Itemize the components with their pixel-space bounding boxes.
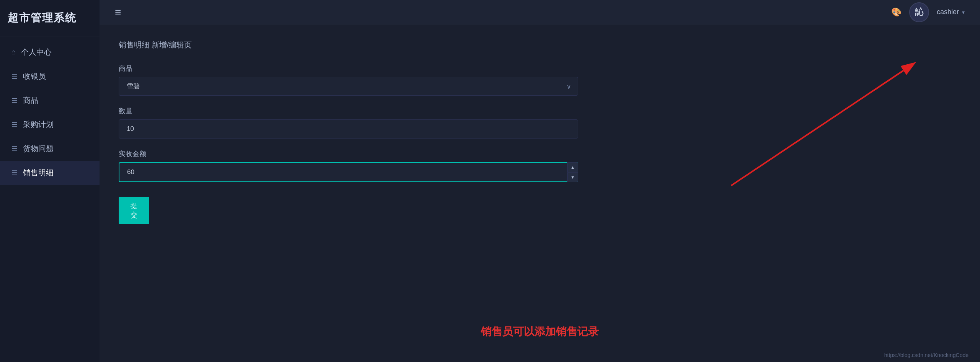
home-icon: ⌂ bbox=[11, 48, 16, 56]
header-left: ≡ bbox=[115, 6, 121, 18]
product-field-group: 商品 雪碧 ∨ bbox=[119, 64, 578, 96]
list-icon: ☰ bbox=[11, 121, 18, 129]
amount-label: 实收金额 bbox=[119, 149, 578, 158]
list-icon: ☰ bbox=[11, 145, 18, 153]
form-section: 商品 雪碧 ∨ 数量 实收金额 ▲ bbox=[119, 64, 578, 224]
quantity-field-group: 数量 bbox=[119, 106, 578, 139]
sidebar-item-label: 商品 bbox=[23, 95, 38, 106]
list-icon: ☰ bbox=[11, 169, 18, 177]
sidebar-item-label: 销售明细 bbox=[23, 168, 54, 178]
sidebar-item-label: 货物问题 bbox=[23, 143, 54, 154]
username: cashier bbox=[937, 8, 959, 16]
product-label: 商品 bbox=[119, 64, 578, 73]
page-title: 销售明细 新增/编辑页 bbox=[119, 40, 961, 50]
submit-button[interactable]: 提交 bbox=[119, 197, 149, 224]
spinner-buttons: ▲ ▼ bbox=[567, 162, 578, 182]
svg-line-1 bbox=[731, 70, 903, 186]
spinner-up-button[interactable]: ▲ bbox=[567, 162, 578, 172]
bottom-hint: 销售员可以添加销售记录 bbox=[481, 324, 599, 339]
list-icon: ☰ bbox=[11, 96, 18, 105]
header: ≡ 🎨 訫 cashier ▾ bbox=[100, 0, 980, 24]
product-select[interactable]: 雪碧 bbox=[119, 77, 578, 96]
sidebar-item-purchase[interactable]: ☰ 采购计划 bbox=[0, 113, 100, 137]
amount-input-wrapper: ▲ ▼ bbox=[119, 162, 578, 182]
sidebar-item-issues[interactable]: ☰ 货物问题 bbox=[0, 137, 100, 161]
sidebar-nav: ⌂ 个人中心 ☰ 收银员 ☰ 商品 ☰ 采购计划 ☰ 货物问题 ☰ 销售明细 bbox=[0, 40, 100, 185]
header-right: 🎨 訫 cashier ▾ bbox=[891, 2, 965, 22]
sidebar-item-personal[interactable]: ⌂ 个人中心 bbox=[0, 40, 100, 64]
avatar: 訫 bbox=[909, 2, 929, 22]
user-info[interactable]: cashier ▾ bbox=[937, 8, 965, 16]
sidebar-item-label: 采购计划 bbox=[23, 119, 54, 130]
content-area: 销售明细 新增/编辑页 商品 雪碧 ∨ 数量 实收金额 bbox=[100, 24, 980, 362]
sidebar-item-goods[interactable]: ☰ 商品 bbox=[0, 88, 100, 113]
sidebar-item-label: 收银员 bbox=[23, 71, 46, 82]
main-content: ≡ 🎨 訫 cashier ▾ 销售明细 新增/编辑页 商品 雪碧 ∨ bbox=[100, 0, 980, 362]
hamburger-icon[interactable]: ≡ bbox=[115, 6, 121, 18]
chevron-down-icon: ▾ bbox=[962, 9, 965, 15]
bottom-url: https://blog.csdn.net/KnockingCode bbox=[884, 352, 969, 358]
sidebar: 超市管理系统 ⌂ 个人中心 ☰ 收银员 ☰ 商品 ☰ 采购计划 ☰ 货物问题 ☰… bbox=[0, 0, 100, 362]
quantity-input[interactable] bbox=[119, 119, 578, 139]
quantity-label: 数量 bbox=[119, 106, 578, 116]
theme-icon[interactable]: 🎨 bbox=[891, 7, 902, 17]
sidebar-item-label: 个人中心 bbox=[21, 47, 52, 57]
spinner-down-button[interactable]: ▼ bbox=[567, 172, 578, 183]
sidebar-item-cashier[interactable]: ☰ 收银员 bbox=[0, 64, 100, 88]
product-select-wrapper: 雪碧 ∨ bbox=[119, 77, 578, 96]
list-icon: ☰ bbox=[11, 72, 18, 81]
amount-input[interactable] bbox=[119, 162, 578, 182]
app-logo: 超市管理系统 bbox=[0, 0, 100, 36]
amount-field-group: 实收金额 ▲ ▼ bbox=[119, 149, 578, 182]
sidebar-item-sales[interactable]: ☰ 销售明细 bbox=[0, 161, 100, 185]
